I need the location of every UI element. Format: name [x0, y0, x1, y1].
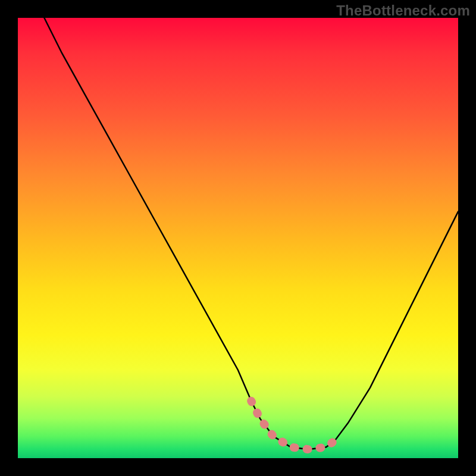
- optimal-range-highlight: [251, 401, 335, 449]
- chart-frame: TheBottleneck.com: [0, 0, 476, 476]
- gradient-plot-area: [18, 18, 458, 458]
- curve-svg: [18, 18, 458, 458]
- bottleneck-curve-path: [44, 18, 458, 449]
- watermark-text: TheBottleneck.com: [336, 2, 470, 19]
